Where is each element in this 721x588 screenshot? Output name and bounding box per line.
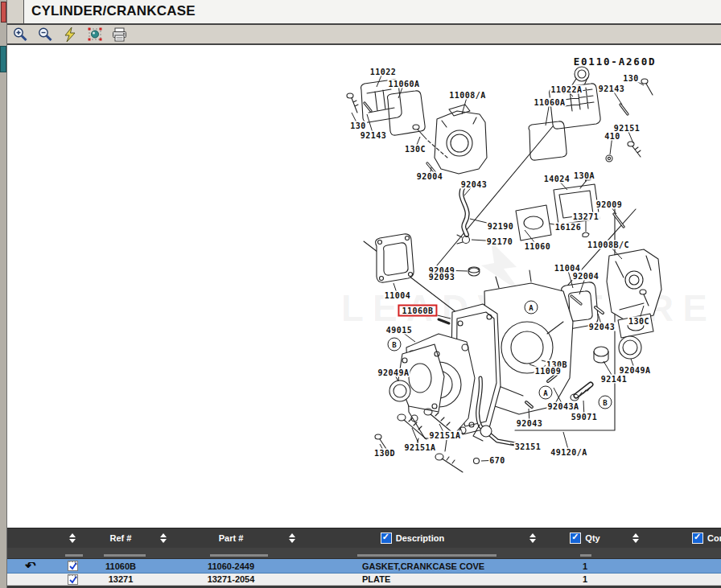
page-title: CYLINDER/CRANKCASE [23,0,721,23]
part-label-130c: 130C [404,145,426,154]
part-label-130c: 130C [628,317,650,326]
part-label-11008a: 11008/A [448,91,487,100]
part-label-92143: 92143 [598,84,626,93]
part-label-11008bc: 11008B/C [587,241,630,249]
toolbar [7,25,721,45]
cell-ref: 13271 [91,574,150,584]
cell-part: 13271-2054 [176,574,286,584]
zoom-out-icon[interactable] [36,26,54,43]
flash-icon[interactable] [61,26,79,43]
cell-description: GASKET,CRANKCASE COVE [299,561,526,571]
assembly-marker-a: A [539,386,553,400]
parts-table-body: ↶11060B11060-2449GASKET,CRANKCASE COVE11… [7,548,721,586]
part-label-11009: 11009 [534,367,562,376]
part-label-14024: 14024 [543,175,571,183]
header-part-sort[interactable] [286,533,299,543]
header-ref[interactable]: Ref # [91,533,150,543]
highlighted-part-label-11060b[interactable]: 11060B [398,305,437,317]
part-label-92143: 92143 [360,131,388,140]
assembly-marker-b: B [599,396,612,409]
header-qty-sort[interactable] [631,533,641,543]
part-label-92190: 92190 [487,222,515,231]
table-row-clipped[interactable] [7,548,721,559]
part-label-130: 130 [349,121,367,130]
docked-red-tab[interactable] [1,2,6,23]
part-label-16126: 16126 [554,223,583,232]
part-label-11060a: 11060A [533,98,566,107]
header-desc-sort[interactable] [526,533,539,543]
part-label-92004: 92004 [572,272,600,281]
part-label-130d: 130D [373,449,396,458]
header-qty-label: Qty [585,533,599,543]
back-arrow-icon[interactable]: ↶ [7,562,54,570]
part-label-92043: 92043 [588,323,616,331]
cell-qty: 1 [539,574,631,584]
part-label-11060: 11060 [524,242,552,251]
header-ref-sort[interactable] [150,533,176,543]
header-description-label: Description [396,533,445,543]
part-label-670: 670 [488,456,506,465]
cell-ref: 11060B [91,561,150,571]
part-label-92043a: 92043A [546,402,579,411]
header-com-label: Com [707,533,721,543]
cell-qty: 1 [539,561,631,571]
notes-icon[interactable] [54,574,91,586]
titlebar-row: CYLINDER/CRANKCASE [7,0,721,25]
assembly-marker-b: B [388,338,402,352]
part-label-92049a: 92049A [377,368,410,377]
docked-window-edge[interactable] [0,0,7,588]
diagram-labels: E0110-A260D1102211060A11008/A13092143130… [7,47,721,528]
part-label-49015: 49015 [385,326,414,335]
sort-icon[interactable] [632,533,639,543]
part-label-92151a: 92151A [428,431,461,440]
part-label-92141: 92141 [600,375,628,384]
parts-table-header: Ref # Part # Description Qty Com [7,528,721,548]
header-ref-label: Ref # [110,533,132,543]
sort-icon[interactable] [289,533,295,543]
part-label-92043: 92043 [460,180,488,189]
header-part-label: Part # [219,533,244,543]
description-checkbox[interactable] [381,532,392,544]
table-row[interactable]: ↶11060B11060-2449GASKET,CRANKCASE COVE1 [7,559,721,574]
header-part[interactable]: Part # [176,533,286,543]
part-label-130a: 130A [573,171,595,180]
part-label-11060a: 11060A [387,80,420,88]
docked-teal-tab[interactable] [0,46,6,72]
notes-icon[interactable] [54,560,91,572]
diagram-canvas[interactable]: LEADVENTURE [7,47,721,528]
part-label-e0110a260d: E0110-A260D [573,57,657,66]
part-label-49120a: 49120/A [550,448,588,457]
part-label-32151: 32151 [514,442,542,451]
part-label-92170: 92170 [486,237,514,246]
assembly-marker-a: A [525,301,538,315]
parts-catalog-window: CYLINDER/CRANKCASE [0,0,721,588]
zoom-in-icon[interactable] [11,26,29,43]
header-notes-sort[interactable] [54,533,91,543]
com-checkbox[interactable] [692,532,703,544]
cell-part: 11060-2449 [176,561,286,571]
header-qty[interactable]: Qty [539,532,631,544]
part-label-92043: 92043 [516,419,544,428]
header-description[interactable]: Description [299,532,526,544]
sort-icon[interactable] [529,533,536,543]
part-label-92004: 92004 [416,172,444,181]
part-label-92009: 92009 [595,200,624,209]
part-label-92049a: 92049A [618,366,651,375]
parts-table: Ref # Part # Description Qty Com ↶11060B… [7,528,721,588]
part-label-92151a: 92151A [403,443,436,452]
hotspot-select-icon[interactable] [86,26,104,43]
table-row[interactable]: 1327113271-2054PLATE1 [7,574,721,586]
sort-icon[interactable] [69,533,76,543]
part-label-11022a: 11022A [550,85,583,94]
part-label-11022: 11022 [369,68,398,76]
part-label-410: 410 [604,132,621,141]
header-com[interactable]: Com [641,532,721,544]
print-icon[interactable] [111,26,129,43]
qty-checkbox[interactable] [570,532,581,544]
sort-icon[interactable] [160,533,167,543]
part-label-130: 130 [622,74,640,83]
part-label-92093: 92093 [428,273,456,282]
part-label-11004: 11004 [384,291,412,300]
cell-description: PLATE [299,574,526,584]
part-label-59071: 59071 [571,413,599,421]
